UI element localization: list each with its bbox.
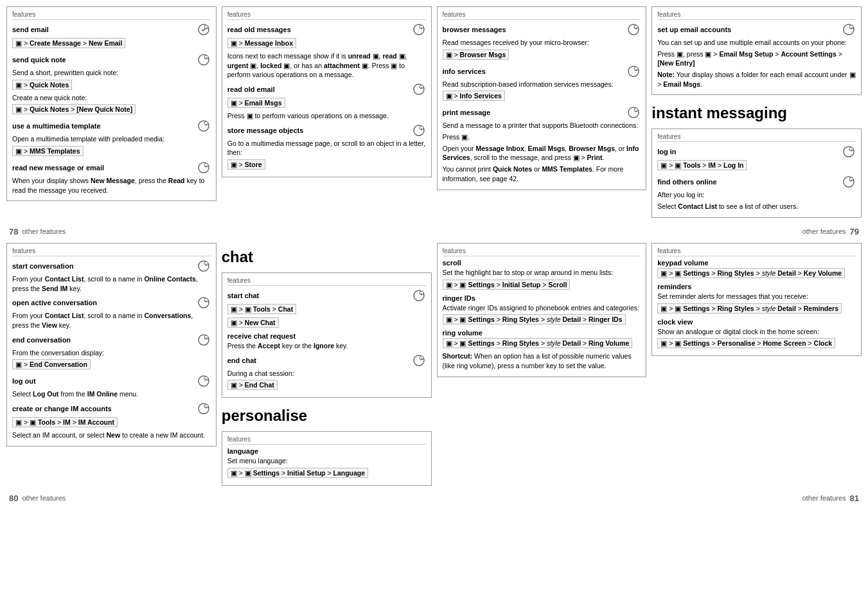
read-old-messages-nav-text: ▣ > Message Inbox bbox=[227, 38, 296, 48]
svg-text:A: A bbox=[205, 164, 207, 168]
top-right-box-header: features bbox=[657, 11, 856, 20]
print-message-icon: A bbox=[626, 105, 641, 120]
language-body: Set menu language: bbox=[227, 456, 426, 466]
language-nav-text: ▣ > ▣ Settings > Initial Setup > Languag… bbox=[227, 468, 368, 478]
svg-text:A: A bbox=[420, 26, 422, 30]
ring-volume-label: ring volume bbox=[443, 329, 483, 337]
send-email-title: send email A bbox=[12, 22, 211, 37]
scroll-body: Set the highlight bar to stop or wrap ar… bbox=[443, 268, 641, 278]
personalise-feature-box: features language Set menu language: ▣ >… bbox=[222, 431, 432, 486]
svg-text:A: A bbox=[205, 299, 207, 303]
page-81-footer: other features 81 bbox=[802, 493, 859, 503]
chat-box-header: features bbox=[227, 277, 426, 286]
end-conversation-body: From the conversation display: bbox=[12, 348, 211, 358]
create-im-accounts-icon: A bbox=[197, 402, 211, 416]
bottom-mid-right-feature-box: features scroll Set the highlight bar to… bbox=[437, 243, 647, 377]
print-message-title: print message A bbox=[443, 105, 641, 120]
send-email-nav: ▣ > Create Message > New Email bbox=[12, 38, 211, 50]
receive-chat-request-title: receive chat request bbox=[227, 332, 426, 340]
start-conversation-label: start conversation bbox=[12, 262, 73, 270]
page-79-label: other features bbox=[802, 227, 846, 235]
scroll-title: scroll bbox=[443, 259, 641, 267]
svg-text:A: A bbox=[205, 123, 207, 126]
browser-messages-label: browser messages bbox=[443, 26, 506, 33]
read-new-message-title: read new message or email A bbox=[12, 161, 211, 175]
start-chat-label: start chat bbox=[227, 292, 260, 299]
svg-text:A: A bbox=[205, 336, 207, 339]
page-81-label: other features bbox=[802, 494, 846, 502]
bottom-left-feature-box: features start conversation A From your … bbox=[6, 243, 217, 447]
open-active-conversation-body: From your Contact List, scroll to a name… bbox=[12, 311, 211, 330]
info-services-nav-text: ▣ > Info Services bbox=[443, 91, 505, 101]
instant-messaging-box: features log in A ▣ > ▣ Tools > IM > Log… bbox=[651, 129, 862, 217]
svg-text:A: A bbox=[420, 357, 422, 360]
end-chat-icon: A bbox=[412, 353, 426, 368]
keypad-volume-nav: ▣ > ▣ Settings > Ring Styles > style Det… bbox=[657, 268, 856, 280]
clock-view-nav-text: ▣ > ▣ Settings > Personalise > Home Scre… bbox=[657, 338, 835, 348]
page-79-footer: other features 79 bbox=[802, 227, 859, 236]
read-old-email-label: read old email bbox=[227, 85, 275, 93]
svg-text:A: A bbox=[420, 292, 422, 295]
im-login-nav: ▣ > ▣ Tools > IM > Log In bbox=[657, 160, 856, 172]
send-quick-note-icon: A bbox=[197, 53, 211, 67]
page-80-number: 80 bbox=[9, 493, 18, 503]
start-chat-nav1: ▣ > ▣ Tools > Chat bbox=[227, 304, 426, 316]
clock-view-label: clock view bbox=[657, 318, 693, 326]
svg-text:A: A bbox=[420, 127, 422, 130]
find-others-online-nav: Select Contact List to see a list of oth… bbox=[657, 202, 856, 211]
read-old-messages-label: read old messages bbox=[227, 26, 291, 33]
svg-text:A: A bbox=[205, 405, 207, 408]
send-quick-note-body: Send a short, prewritten quick note: bbox=[12, 68, 211, 78]
log-out-body: Select Log Out from the IM Online menu. bbox=[12, 389, 211, 399]
chat-heading: chat bbox=[222, 248, 432, 266]
page-81-number: 81 bbox=[850, 493, 859, 503]
create-quick-note-nav-text: ▣ > Quick Notes > [New Quick Note] bbox=[12, 104, 136, 114]
store-message-objects-label: store message objects bbox=[227, 127, 304, 134]
store-message-objects-nav-text: ▣ > Store bbox=[227, 159, 265, 170]
log-out-label: log out bbox=[12, 377, 36, 385]
scroll-nav: ▣ > ▣ Settings > Initial Setup > Scroll bbox=[443, 280, 641, 292]
multimedia-template-nav-text: ▣ > MMS Templates bbox=[12, 146, 84, 156]
svg-text:A: A bbox=[205, 262, 207, 265]
end-chat-nav: ▣ > End Chat bbox=[227, 380, 426, 392]
bottom-right-box-header: features bbox=[657, 247, 856, 256]
setup-email-accounts-icon: A bbox=[842, 22, 856, 37]
svg-text:A: A bbox=[420, 86, 422, 89]
keypad-volume-title: keypad volume bbox=[657, 259, 856, 267]
instant-messaging-heading: instant messaging bbox=[651, 104, 862, 122]
personalise-heading: personalise bbox=[222, 407, 432, 425]
svg-text:A: A bbox=[635, 109, 637, 112]
print-message-label: print message bbox=[443, 109, 491, 116]
language-label: language bbox=[227, 447, 258, 455]
info-services-nav: ▣ > Info Services bbox=[443, 91, 641, 103]
svg-text:A: A bbox=[851, 179, 853, 182]
bottom-left-box-header: features bbox=[12, 247, 211, 256]
top-right-feature-box: features set up email accounts A You can… bbox=[651, 6, 862, 95]
open-active-conversation-label: open active conversation bbox=[12, 299, 97, 306]
ringer-ids-body: Activate ringer IDs assigned to phoneboo… bbox=[443, 303, 641, 313]
print-message-body: Send a message to a printer that support… bbox=[443, 121, 641, 130]
send-email-icon: A bbox=[197, 22, 211, 37]
read-new-message-label: read new message or email bbox=[12, 164, 104, 172]
svg-text:A: A bbox=[205, 26, 207, 30]
setup-email-accounts-note: Note: Your display shows a folder for ea… bbox=[657, 70, 856, 89]
create-im-accounts-nav: ▣ > ▣ Tools > IM > IM Account bbox=[12, 417, 211, 429]
language-nav: ▣ > ▣ Settings > Initial Setup > Languag… bbox=[227, 468, 426, 480]
store-message-objects-body: Go to a multimedia message page, or scro… bbox=[227, 139, 426, 157]
clock-view-title: clock view bbox=[657, 318, 856, 326]
end-conversation-nav-text: ▣ > End Conversation bbox=[12, 359, 91, 369]
start-chat-title: start chat A bbox=[227, 289, 426, 303]
find-others-online-title: find others online A bbox=[657, 175, 856, 189]
end-chat-nav-text: ▣ > End Chat bbox=[227, 380, 278, 390]
svg-text:A: A bbox=[635, 67, 637, 71]
create-im-accounts-label: create or change IM accounts bbox=[12, 405, 112, 413]
start-chat-nav1-text: ▣ > ▣ Tools > Chat bbox=[227, 304, 296, 314]
create-im-accounts-body: Select an IM account, or select New to c… bbox=[12, 431, 211, 440]
log-out-title: log out A bbox=[12, 374, 211, 388]
page-78-79-footer: 78 other features other features 79 bbox=[6, 223, 862, 236]
clock-view-nav: ▣ > ▣ Settings > Personalise > Home Scre… bbox=[657, 338, 856, 350]
page-80-footer: 80 other features bbox=[9, 493, 66, 503]
read-new-message-icon: A bbox=[197, 161, 211, 175]
browser-messages-body: Read messages received by your micro-bro… bbox=[443, 38, 641, 48]
create-im-accounts-title: create or change IM accounts A bbox=[12, 402, 211, 416]
